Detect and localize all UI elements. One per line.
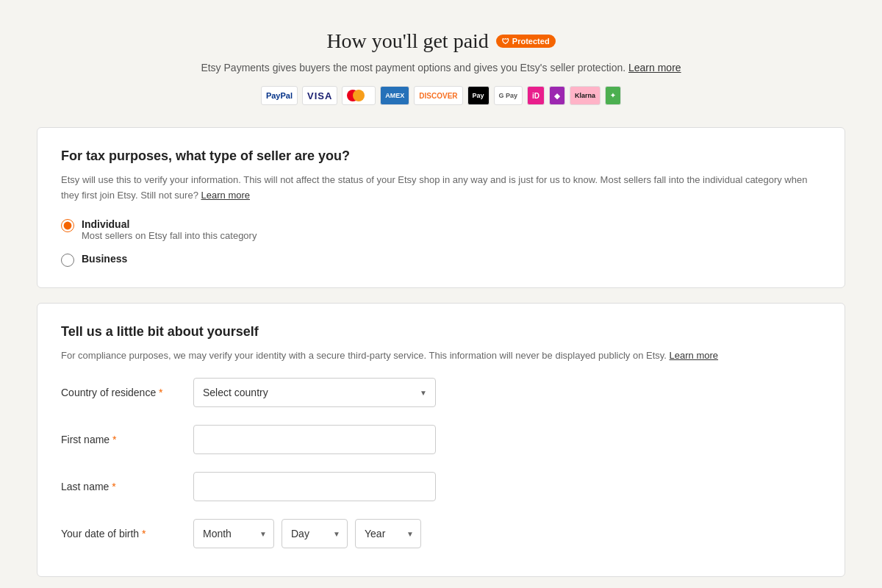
country-select[interactable]: Select country United States United King… — [193, 378, 436, 407]
country-label: Country of residence * — [61, 387, 179, 398]
dob-label-text: Your date of birth — [61, 528, 139, 539]
day-select-wrapper: Day for(let i=1;i<=31;i++) document.writ… — [282, 519, 348, 548]
first-name-label: First name * — [61, 434, 179, 445]
applepay-icon: Pay — [467, 86, 490, 105]
year-select[interactable]: Year for(let y=new Date().getFullYear()-… — [355, 519, 421, 548]
tax-section-title: For tax purposes, what type of seller ar… — [61, 148, 821, 164]
tax-section-card: For tax purposes, what type of seller ar… — [37, 127, 845, 288]
dob-label: Your date of birth * — [61, 528, 179, 539]
last-name-field-row: Last name * — [61, 472, 821, 501]
klarna-icon: Klarna — [570, 86, 600, 105]
tax-section-description: Etsy will use this to verify your inform… — [61, 173, 821, 204]
description-text: Etsy Payments gives buyers the most paym… — [201, 62, 625, 74]
header-description: Etsy Payments gives buyers the most paym… — [37, 60, 845, 76]
header-learn-more-link[interactable]: Learn more — [628, 62, 681, 74]
month-select-wrapper: Month January February March April May J… — [193, 519, 274, 548]
business-radio[interactable] — [61, 254, 74, 267]
first-name-field-row: First name * — [61, 425, 821, 454]
generic-purple-icon: ◆ — [549, 86, 565, 105]
protected-badge: 🛡 Protected — [496, 35, 556, 48]
tax-learn-more-link[interactable]: Learn more — [201, 190, 250, 201]
business-option[interactable]: Business — [61, 253, 821, 267]
badge-label: Protected — [512, 37, 550, 46]
dob-required-star: * — [142, 528, 146, 539]
first-name-input[interactable] — [193, 425, 436, 454]
business-label: Business — [82, 253, 127, 265]
page-title: How you'll get paid — [326, 29, 488, 53]
individual-label: Individual — [82, 218, 257, 230]
paypal-icon: PayPal — [261, 86, 298, 105]
personal-description-text: For compliance purposes, we may verify y… — [61, 350, 667, 361]
personal-section-title: Tell us a little bit about yourself — [61, 324, 821, 340]
individual-option[interactable]: Individual Most sellers on Etsy fall int… — [61, 218, 821, 241]
id-payment-icon: iD — [527, 86, 545, 105]
individual-radio[interactable] — [61, 219, 74, 232]
last-name-label: Last name * — [61, 481, 179, 492]
country-label-text: Country of residence — [61, 387, 156, 398]
seller-type-radio-group: Individual Most sellers on Etsy fall int… — [61, 218, 821, 267]
personal-learn-more-link[interactable]: Learn more — [670, 350, 718, 361]
header-section: How you'll get paid 🛡 Protected Etsy Pay… — [37, 29, 845, 105]
tax-description-text: Etsy will use this to verify your inform… — [61, 174, 807, 201]
first-name-label-text: First name — [61, 434, 110, 445]
country-select-wrapper: Select country United States United King… — [193, 378, 436, 407]
individual-label-group: Individual Most sellers on Etsy fall int… — [82, 218, 257, 241]
title-row: How you'll get paid 🛡 Protected — [37, 29, 845, 53]
last-name-label-text: Last name — [61, 481, 109, 492]
business-label-group: Business — [82, 253, 127, 265]
year-select-wrapper: Year for(let y=new Date().getFullYear()-… — [355, 519, 421, 548]
shield-icon: 🛡 — [502, 37, 509, 46]
discover-icon: DISCOVER — [414, 86, 462, 105]
amex-icon: AMEX — [380, 86, 409, 105]
last-name-input[interactable] — [193, 472, 436, 501]
country-required-star: * — [159, 387, 162, 398]
dob-selects-group: Month January February March April May J… — [193, 519, 421, 548]
generic-green-icon: ✦ — [605, 86, 621, 105]
first-name-required-star: * — [112, 434, 116, 445]
individual-sublabel: Most sellers on Etsy fall into this cate… — [82, 230, 257, 241]
dob-field-row: Your date of birth * Month January Febru… — [61, 519, 821, 548]
personal-section-card: Tell us a little bit about yourself For … — [37, 303, 845, 578]
payment-icons-row: PayPal VISA AMEX DISCOVER Pay G Pay iD ◆ — [37, 86, 845, 105]
googlepay-icon: G Pay — [494, 86, 523, 105]
last-name-required-star: * — [112, 481, 115, 492]
visa-icon: VISA — [302, 86, 337, 105]
personal-section-description: For compliance purposes, we may verify y… — [61, 348, 821, 364]
mastercard-icon — [342, 86, 376, 105]
month-select[interactable]: Month January February March April May J… — [193, 519, 274, 548]
country-field-row: Country of residence * Select country Un… — [61, 378, 821, 407]
page-container: How you'll get paid 🛡 Protected Etsy Pay… — [37, 29, 845, 588]
day-select[interactable]: Day for(let i=1;i<=31;i++) document.writ… — [282, 519, 348, 548]
